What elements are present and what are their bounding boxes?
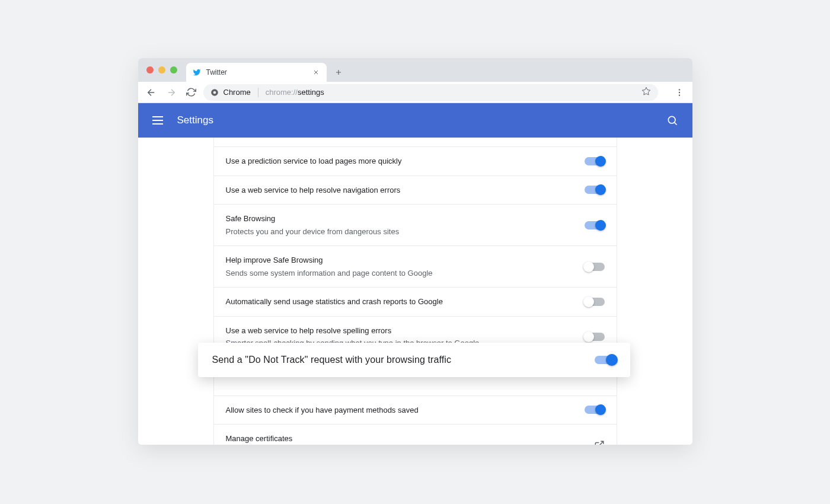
svg-point-1 (213, 91, 216, 94)
close-window-button[interactable] (146, 66, 154, 74)
bookmark-star-icon[interactable] (641, 87, 651, 98)
chrome-icon (210, 88, 219, 97)
minimize-window-button[interactable] (158, 66, 165, 74)
setting-title: Safe Browsing (226, 213, 585, 225)
svg-point-6 (668, 116, 675, 123)
svg-point-3 (678, 89, 679, 90)
setting-row-payment-methods[interactable]: Allow sites to check if you have payment… (214, 396, 617, 425)
browser-tab[interactable]: Twitter (186, 63, 327, 82)
setting-row-improve-safe-browsing[interactable]: Help improve Safe Browsing Sends some sy… (214, 246, 617, 288)
setting-title: Automatically send usage statistics and … (226, 296, 585, 308)
setting-title: Use a web service to help resolve naviga… (226, 184, 585, 196)
toolbar: Chrome chrome://settings (138, 82, 692, 103)
window-controls (146, 66, 177, 74)
reload-button[interactable] (183, 84, 200, 101)
setting-title: Allow sites to check if you have payment… (226, 404, 585, 416)
omnibox-separator (258, 88, 258, 97)
browser-window: Twitter Chrome chrome://settings (138, 58, 692, 445)
omnibox-url: chrome://settings (266, 88, 324, 97)
toggle-navigation-errors[interactable] (585, 186, 605, 194)
setting-row-partial (214, 138, 617, 147)
toggle-spelling[interactable] (585, 333, 605, 341)
do-not-track-label: Send a "Do Not Track" request with your … (212, 355, 595, 365)
svg-point-5 (678, 94, 679, 95)
back-button[interactable] (143, 84, 159, 101)
search-icon[interactable] (666, 114, 678, 126)
setting-subtitle: Protects you and your device from danger… (226, 226, 585, 238)
setting-subtitle: Sends some system information and page c… (226, 267, 585, 279)
setting-row-navigation-errors[interactable]: Use a web service to help resolve naviga… (214, 176, 617, 205)
omnibox-prefix: Chrome (224, 88, 251, 97)
setting-title: Use a web service to help resolve spelli… (226, 325, 585, 337)
setting-row-certificates[interactable]: Manage certificates Manage HTTPS/SSL cer… (214, 425, 617, 445)
tab-bar: Twitter (138, 58, 692, 82)
setting-row-prediction[interactable]: Use a prediction service to load pages m… (214, 147, 617, 176)
forward-button[interactable] (163, 84, 180, 101)
external-link-icon (594, 440, 605, 445)
setting-title: Manage certificates (226, 433, 594, 445)
toggle-prediction[interactable] (585, 157, 605, 165)
toggle-payment-methods[interactable] (585, 406, 605, 414)
maximize-window-button[interactable] (170, 66, 177, 74)
svg-marker-2 (642, 87, 650, 95)
toggle-do-not-track[interactable] (595, 356, 616, 364)
setting-row-usage-stats[interactable]: Automatically send usage statistics and … (214, 288, 617, 317)
menu-icon[interactable] (152, 114, 164, 126)
new-tab-button[interactable] (330, 64, 347, 81)
toggle-usage-stats[interactable] (585, 298, 605, 306)
do-not-track-card[interactable]: Send a "Do Not Track" request with your … (198, 343, 630, 377)
browser-menu-button[interactable] (671, 84, 688, 101)
setting-title: Help improve Safe Browsing (226, 254, 585, 266)
setting-title: Use a prediction service to load pages m… (226, 155, 585, 167)
setting-row-safe-browsing[interactable]: Safe Browsing Protects you and your devi… (214, 205, 617, 246)
svg-point-4 (678, 91, 679, 92)
toggle-improve-safe-browsing[interactable] (585, 263, 605, 271)
close-tab-button[interactable] (311, 68, 321, 77)
toggle-safe-browsing[interactable] (585, 221, 605, 229)
tab-title: Twitter (206, 68, 227, 76)
settings-panel: Use a prediction service to load pages m… (213, 138, 617, 445)
settings-header: Settings (138, 103, 692, 138)
twitter-icon (192, 68, 202, 77)
settings-title: Settings (177, 114, 213, 126)
settings-content: Use a prediction service to load pages m… (138, 138, 692, 445)
address-bar[interactable]: Chrome chrome://settings (203, 84, 658, 101)
